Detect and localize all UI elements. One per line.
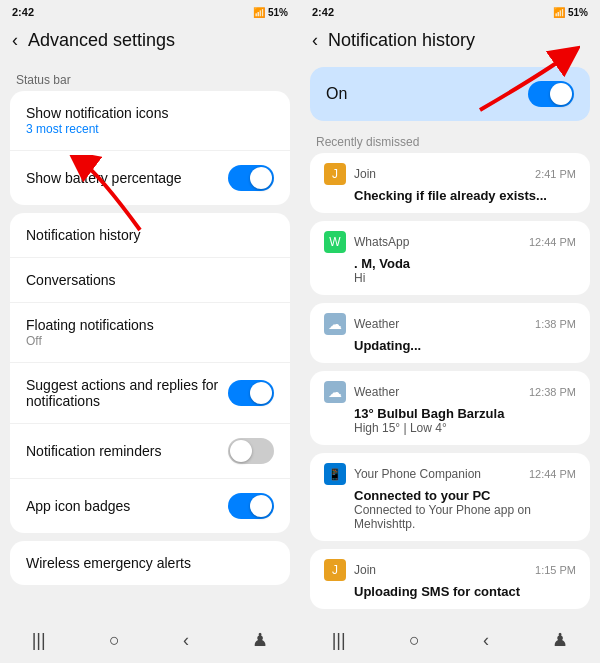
- time-right: 2:42: [312, 6, 334, 18]
- wireless-emergency-title: Wireless emergency alerts: [26, 555, 274, 571]
- status-bar-left: 2:42 📶 51%: [0, 0, 300, 22]
- card-status-bar: Show notification icons 3 most recent Sh…: [10, 91, 290, 205]
- notif-icon-yourphone: 📱: [324, 463, 346, 485]
- battery-right: 51%: [568, 7, 588, 18]
- show-notif-icons-sub: 3 most recent: [26, 122, 274, 136]
- notif-app-join2: Join: [354, 563, 376, 577]
- card-notifications: Notification history Conversations Float…: [10, 213, 290, 533]
- nav-back-right[interactable]: ‹: [483, 630, 489, 651]
- notif-body-whatsapp: Hi: [324, 271, 576, 285]
- notif-app-weather1: Weather: [354, 317, 399, 331]
- notif-body-yourphone: Connected to Your Phone app on Mehvishtt…: [324, 503, 576, 531]
- notif-time-join1: 2:41 PM: [535, 168, 576, 180]
- notif-body-weather2: High 15° | Low 4°: [324, 421, 576, 435]
- conversations-title: Conversations: [26, 272, 274, 288]
- card-emergency: Wireless emergency alerts: [10, 541, 290, 585]
- nav-back-left[interactable]: ‹: [183, 630, 189, 651]
- setting-notif-reminders[interactable]: Notification reminders: [10, 424, 290, 479]
- notif-card-weather1: ☁ Weather 1:38 PM Updating...: [310, 303, 590, 363]
- notif-yourphone: 📱 Your Phone Companion 12:44 PM Connecte…: [310, 453, 590, 541]
- toggle-knob-2: [250, 382, 272, 404]
- back-button-left[interactable]: ‹: [12, 30, 18, 51]
- notif-reminders-title: Notification reminders: [26, 443, 228, 459]
- content-left: Status bar Show notification icons 3 mos…: [0, 61, 300, 619]
- notif-time-yourphone: 12:44 PM: [529, 468, 576, 480]
- setting-conversations[interactable]: Conversations: [10, 258, 290, 303]
- status-bar-right: 2:42 📶 51%: [300, 0, 600, 22]
- notif-icon-join1: J: [324, 163, 346, 185]
- setting-show-notif-icons[interactable]: Show notification icons 3 most recent: [10, 91, 290, 151]
- notif-title-weather2: 13° Bulbul Bagh Barzula: [324, 406, 576, 421]
- status-icons-left: 📶 51%: [253, 7, 288, 18]
- back-button-right[interactable]: ‹: [312, 30, 318, 51]
- nav-menu-right[interactable]: |||: [332, 630, 346, 651]
- section-recently-dismissed: Recently dismissed: [300, 129, 600, 153]
- notif-time-weather1: 1:38 PM: [535, 318, 576, 330]
- notif-card-whatsapp: W WhatsApp 12:44 PM . M, Voda Hi: [310, 221, 590, 295]
- notif-icon-whatsapp: W: [324, 231, 346, 253]
- time-left: 2:42: [12, 6, 34, 18]
- notif-title-join1: Checking if file already exists...: [324, 188, 576, 203]
- notif-app-join1: Join: [354, 167, 376, 181]
- notif-card-join1: J Join 2:41 PM Checking if file already …: [310, 153, 590, 213]
- wifi-icon: 📶: [253, 7, 265, 18]
- nav-bar-left: ||| ○ ‹ ♟: [0, 619, 300, 663]
- notif-title-join2: Uploading SMS for contact: [324, 584, 576, 599]
- notif-time-whatsapp: 12:44 PM: [529, 236, 576, 248]
- notif-join1: J Join 2:41 PM Checking if file already …: [310, 153, 590, 213]
- notif-icon-join2: J: [324, 559, 346, 581]
- notif-card-join2: J Join 1:15 PM Uploading SMS for contact: [310, 549, 590, 609]
- toggle-knob-4: [250, 495, 272, 517]
- status-time-left: 2:42: [12, 6, 34, 18]
- content-right: On Recently dismissed J Join 2:41 PM: [300, 61, 600, 619]
- setting-app-badges[interactable]: App icon badges: [10, 479, 290, 533]
- page-title-right: Notification history: [328, 30, 475, 51]
- notif-app-weather2: Weather: [354, 385, 399, 399]
- right-panel: 2:42 📶 51% ‹ Notification history On: [300, 0, 600, 663]
- notif-weather1: ☁ Weather 1:38 PM Updating...: [310, 303, 590, 363]
- suggest-actions-title: Suggest actions and replies for notifica…: [26, 377, 228, 409]
- setting-suggest-actions[interactable]: Suggest actions and replies for notifica…: [10, 363, 290, 424]
- notif-title-weather1: Updating...: [324, 338, 576, 353]
- toggle-suggest-actions[interactable]: [228, 380, 274, 406]
- nav-bar-right: ||| ○ ‹ ♟: [300, 619, 600, 663]
- battery-left: 51%: [268, 7, 288, 18]
- floating-notifs-title: Floating notifications: [26, 317, 274, 333]
- notif-whatsapp: W WhatsApp 12:44 PM . M, Voda Hi: [310, 221, 590, 295]
- on-toggle-card[interactable]: On: [310, 67, 590, 121]
- nav-recent-right[interactable]: ♟: [552, 629, 568, 651]
- setting-show-battery[interactable]: Show battery percentage: [10, 151, 290, 205]
- notif-title-yourphone: Connected to your PC: [324, 488, 576, 503]
- toggle-show-battery[interactable]: [228, 165, 274, 191]
- wifi-icon-right: 📶: [553, 7, 565, 18]
- section-label-status: Status bar: [0, 67, 300, 91]
- toggle-on-history[interactable]: [528, 81, 574, 107]
- toggle-knob: [250, 167, 272, 189]
- on-label: On: [326, 85, 347, 103]
- header-left: ‹ Advanced settings: [0, 22, 300, 61]
- notif-weather2: ☁ Weather 12:38 PM 13° Bulbul Bagh Barzu…: [310, 371, 590, 445]
- notif-card-yourphone: 📱 Your Phone Companion 12:44 PM Connecte…: [310, 453, 590, 541]
- toggle-knob-on: [550, 83, 572, 105]
- setting-floating-notifs[interactable]: Floating notifications Off: [10, 303, 290, 363]
- notif-history-title: Notification history: [26, 227, 274, 243]
- nav-home-left[interactable]: ○: [109, 630, 120, 651]
- setting-notif-history[interactable]: Notification history: [10, 213, 290, 258]
- notif-icon-weather1: ☁: [324, 313, 346, 335]
- show-notif-icons-title: Show notification icons: [26, 105, 274, 121]
- toggle-app-badges[interactable]: [228, 493, 274, 519]
- notif-title-whatsapp: . M, Voda: [324, 256, 576, 271]
- page-title-left: Advanced settings: [28, 30, 175, 51]
- nav-recent-left[interactable]: ♟: [252, 629, 268, 651]
- setting-wireless-emergency[interactable]: Wireless emergency alerts: [10, 541, 290, 585]
- notif-time-join2: 1:15 PM: [535, 564, 576, 576]
- toggle-knob-3: [230, 440, 252, 462]
- left-panel: 2:42 📶 51% ‹ Advanced settings Status ba…: [0, 0, 300, 663]
- notif-app-whatsapp: WhatsApp: [354, 235, 409, 249]
- nav-menu-left[interactable]: |||: [32, 630, 46, 651]
- nav-home-right[interactable]: ○: [409, 630, 420, 651]
- toggle-notif-reminders[interactable]: [228, 438, 274, 464]
- notif-card-weather2: ☁ Weather 12:38 PM 13° Bulbul Bagh Barzu…: [310, 371, 590, 445]
- notif-time-weather2: 12:38 PM: [529, 386, 576, 398]
- floating-notifs-sub: Off: [26, 334, 274, 348]
